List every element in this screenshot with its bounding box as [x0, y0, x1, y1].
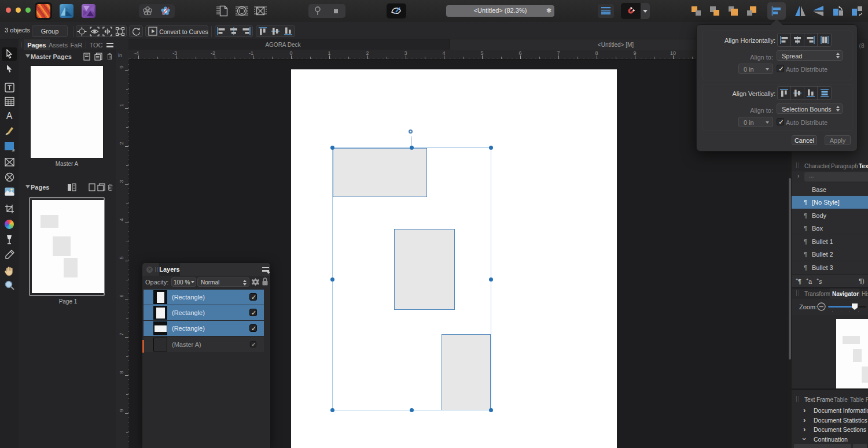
svg-text:+: +: [146, 9, 149, 14]
